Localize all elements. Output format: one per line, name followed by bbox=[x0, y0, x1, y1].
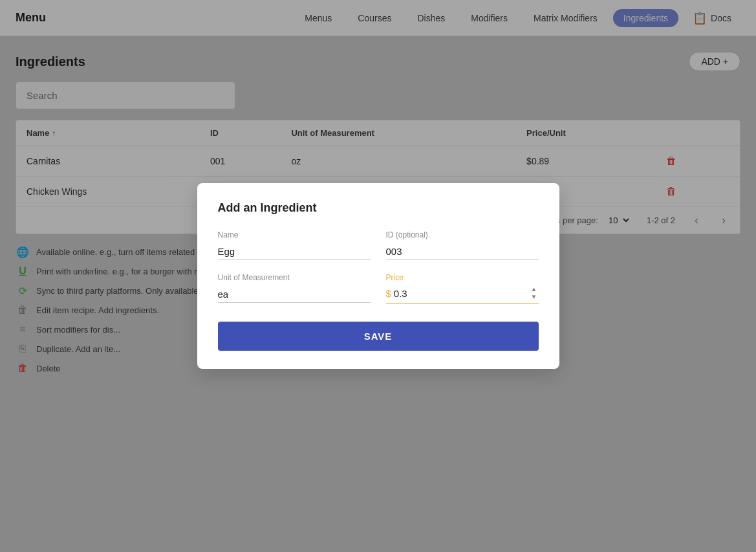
modal-id-input[interactable] bbox=[386, 243, 539, 260]
price-row: $ ▲ ▼ bbox=[386, 286, 539, 304]
modal-unit-field: Unit of Measurement bbox=[218, 273, 371, 304]
modal-price-input[interactable] bbox=[394, 288, 530, 299]
modal-title: Add an Ingredient bbox=[218, 201, 539, 215]
modal-overlay[interactable]: Add an Ingredient Name ID (optional) Uni… bbox=[0, 0, 756, 552]
price-stepper: ▲ ▼ bbox=[530, 286, 539, 300]
modal-name-field: Name bbox=[218, 230, 371, 260]
modal-unit-input[interactable] bbox=[218, 286, 371, 303]
modal-unit-label: Unit of Measurement bbox=[218, 273, 371, 282]
price-symbol: $ bbox=[386, 288, 391, 299]
modal-bottom-row: Unit of Measurement Price $ ▲ ▼ bbox=[218, 273, 539, 304]
modal-top-row: Name ID (optional) bbox=[218, 230, 539, 260]
add-ingredient-modal: Add an Ingredient Name ID (optional) Uni… bbox=[197, 183, 559, 369]
modal-price-field: Price $ ▲ ▼ bbox=[386, 273, 539, 304]
modal-id-label: ID (optional) bbox=[386, 230, 539, 239]
price-up-button[interactable]: ▲ bbox=[530, 286, 539, 293]
modal-id-field: ID (optional) bbox=[386, 230, 539, 260]
save-button[interactable]: SAVE bbox=[218, 322, 539, 351]
modal-price-label: Price bbox=[386, 273, 539, 282]
modal-name-input[interactable] bbox=[218, 243, 371, 260]
price-down-button[interactable]: ▼ bbox=[530, 294, 539, 300]
modal-name-label: Name bbox=[218, 230, 371, 239]
